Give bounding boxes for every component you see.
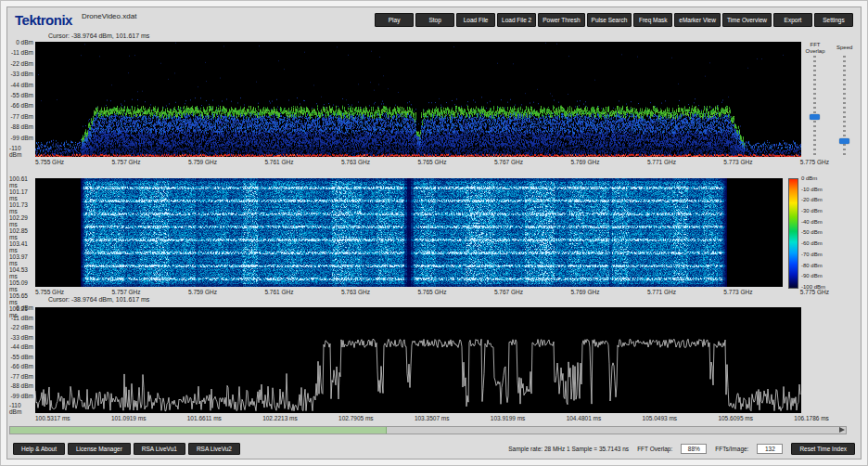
axis-tick-label: 5.767 GHz [494,289,523,295]
status-button[interactable]: Help & About [13,443,65,455]
axis-tick-label: 104.4801 ms [567,415,602,421]
axis-tick-label: 105.6095 ms [718,415,753,421]
axis-tick-label: 5.771 GHz [647,289,676,295]
axis-tick-label: -99 dBm [10,393,33,399]
toolbar-button[interactable]: Stop [415,13,454,27]
spectrogram-canvas[interactable] [35,178,783,287]
app-surface: Tektronix DroneVideo.xdat PlayStopLoad F… [6,6,862,460]
axis-tick-label: 5.775 GHz [800,159,829,165]
axis-tick-label: 5.767 GHz [494,159,523,165]
axis-tick-label: 5.759 GHz [188,159,217,165]
axis-tick-label: 0 dBm [16,39,33,45]
fft-overlap-field-label: FFT Overlap: [637,446,672,452]
axis-tick-label: 105.09 ms [9,279,33,292]
axis-tick-label: 104.53 ms [9,266,33,279]
status-buttons: Help & AboutLicense ManagerRSA LiveVu1RS… [13,443,240,455]
status-info: Sample rate: 28 MHz 1 Sample = 35.7143 n… [508,443,855,455]
status-button[interactable]: RSA LiveVu2 [188,443,240,455]
toolbar-button[interactable]: eMarker View [674,13,721,27]
axis-tick-label: -22 dBm [10,324,33,330]
axis-tick-label: -110 dBm [9,402,33,415]
toolbar-button[interactable]: Settings [814,13,853,27]
fft-overlap-slider-handle[interactable] [810,114,820,120]
axis-tick-label: -44 dBm [10,343,33,350]
axis-tick-label: 5.771 GHz [647,159,676,165]
axis-tick-label: 5.759 GHz [188,289,217,295]
reset-time-index-button[interactable]: Reset Time Index [791,443,855,455]
axis-tick-label: 100.5317 ms [35,415,70,421]
cursor-readout-top: Cursor: -38.9764 dBm, 101.617 ms [48,32,149,39]
time-canvas[interactable] [35,307,801,413]
axis-tick-label: 5.763 GHz [341,159,370,165]
scrollbar-right-arrow-icon[interactable] [839,427,845,433]
colorbar-tick-label: -90 dBm [801,273,823,278]
axis-tick-label: 5.761 GHz [264,159,293,165]
colorbar-tick-label: -60 dBm [801,240,823,246]
time-plot-y-axis: 0 dBm-11 dBm-22 dBm-33 dBm-44 dBm-55 dBm… [9,304,33,415]
ffts-per-image-value-field[interactable]: 132 [757,444,783,454]
spectrum-canvas[interactable] [35,42,801,157]
colorbar-tick-label: -40 dBm [801,219,823,225]
timeline-scrollbar-thumb[interactable] [10,427,387,434]
axis-tick-label: 102.7905 ms [338,415,374,421]
axis-tick-label: -11 dBm [11,49,33,56]
axis-tick-label: 102.2213 ms [262,415,298,421]
axis-tick-label: 0 dBm [16,304,33,311]
toolbar-button[interactable]: Export [773,13,812,27]
time-plot-x-axis: 100.5317 ms101.0919 ms101.6611 ms102.221… [35,415,829,421]
status-button[interactable]: License Manager [68,443,131,455]
axis-tick-label: 101.73 ms [9,201,33,214]
fft-overlap-value-field[interactable]: 88% [681,444,707,454]
toolbar-button[interactable]: Freq Mask [633,13,672,27]
axis-tick-label: 5.773 GHz [723,159,752,165]
axis-tick-label: -66 dBm [10,363,33,369]
axis-tick-label: -11 dBm [11,315,33,321]
axis-tick-label: -77 dBm [10,373,33,380]
spectrum-y-axis: 0 dBm-11 dBm-22 dBm-33 dBm-44 dBm-55 dBm… [9,39,33,158]
ffts-per-image-field-label: FFTs/Image: [715,446,748,452]
speed-slider-label: Speed [836,45,852,50]
spectrum-x-axis: 5.755 GHz5.757 GHz5.759 GHz5.761 GHz5.76… [35,159,829,165]
toolbar-button[interactable]: Load File [456,13,495,27]
axis-tick-label: 5.769 GHz [570,159,599,165]
speed-slider-handle[interactable] [839,138,849,144]
axis-tick-label: 101.17 ms [9,188,33,201]
toolbar-button[interactable]: Pulse Search [587,13,632,27]
colorbar-tick-label: -30 dBm [801,208,823,214]
spectrogram-x-axis: 5.755 GHz5.757 GHz5.759 GHz5.761 GHz5.76… [35,289,829,295]
fft-overlap-slider[interactable] [813,56,816,157]
axis-tick-label: 103.97 ms [9,253,33,266]
spectrum-controls: FFT Overlap Speed [803,42,859,159]
axis-tick-label: -33 dBm [10,334,33,341]
toolbar-button[interactable]: Power Thresh [538,13,584,27]
colorbar-tick-label: -70 dBm [801,252,823,257]
axis-tick-label: -44 dBm [10,82,33,88]
colorbar-gradient [788,178,798,289]
loaded-file-title: DroneVideo.xdat [82,12,136,20]
axis-tick-label: 5.769 GHz [570,289,599,295]
axis-tick-label: -55 dBm [10,354,33,360]
status-button[interactable]: RSA LiveVu1 [134,443,185,455]
axis-tick-label: 5.755 GHz [35,159,64,165]
toolbar-button[interactable]: Time Overview [722,13,772,27]
axis-tick-label: 5.761 GHz [264,289,293,295]
axis-tick-label: 100.61 ms [9,175,33,188]
axis-tick-label: -110 dBm [9,145,33,158]
axis-tick-label: 5.775 GHz [800,289,829,295]
cursor-readout-bottom: Cursor: -38.9764 dBm, 101.617 ms [48,296,149,303]
axis-tick-label: 103.9199 ms [491,415,526,421]
axis-tick-label: 105.0493 ms [643,415,678,421]
speed-slider[interactable] [843,56,846,157]
sample-rate-text: Sample rate: 28 MHz 1 Sample = 35.7143 n… [508,446,629,452]
axis-tick-label: 5.755 GHz [35,289,64,295]
axis-tick-label: 105.65 ms [9,292,33,305]
axis-tick-label: 101.6611 ms [187,415,222,421]
toolbar-button[interactable]: Play [375,13,414,27]
app-window: Tektronix DroneVideo.xdat PlayStopLoad F… [0,0,868,466]
axis-tick-label: 102.29 ms [9,214,33,227]
toolbar: PlayStopLoad FileLoad File 2Power Thresh… [375,13,853,27]
timeline-scrollbar[interactable] [9,426,847,434]
axis-tick-label: -88 dBm [10,382,33,389]
toolbar-button[interactable]: Load File 2 [497,13,536,27]
fft-overlap-slider-label: FFT Overlap [803,42,827,55]
